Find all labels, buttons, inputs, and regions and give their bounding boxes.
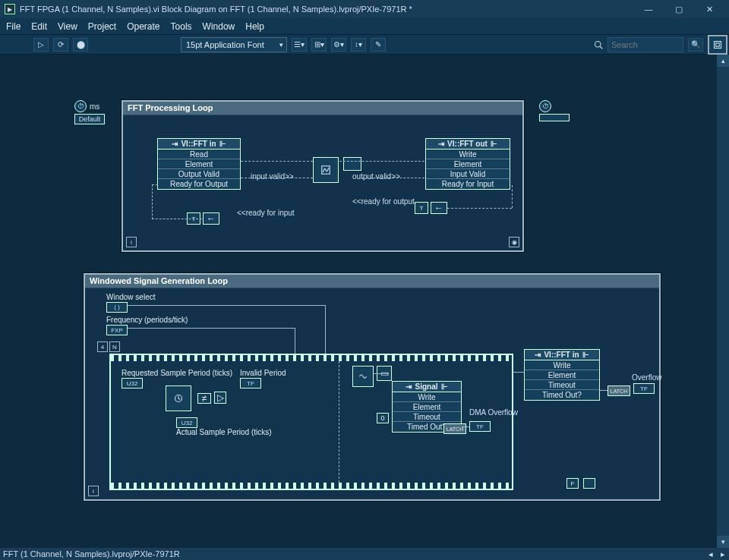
fft-icon [321,165,330,175]
fft-in2-timeout: Timeout [525,380,599,390]
stop-terminal-box[interactable] [583,478,595,489]
scroll-up-button[interactable]: ▴ [717,55,729,67]
distribute-button[interactable]: ⊞▾ [311,38,327,52]
align-button[interactable]: ☰▾ [292,38,307,52]
vi-icon[interactable] [708,35,727,55]
latch-node-1[interactable]: LATCH [443,423,466,434]
ms-label: ms [90,102,99,111]
loop-title: FFT Processing Loop [123,102,522,115]
labview-icon: ▶ [5,4,15,14]
reorder-button[interactable]: ↕▾ [351,38,366,52]
scroll-left-button[interactable]: ◂ [705,548,717,560]
svg-rect-3 [716,43,720,47]
signal-write: Write [393,392,461,402]
input-valid-label: input valid>> [251,172,294,181]
frequency-control[interactable]: Frequency (periods/tick) FXP [106,316,188,335]
frequency-label: Frequency (periods/tick) [106,316,188,324]
svg-line-1 [600,46,602,49]
menu-view[interactable]: View [58,21,77,32]
feedback-node-left[interactable]: ← [203,212,219,225]
window-select-control[interactable]: Window select ⟨ ⟩ [106,293,155,313]
sequence-divider [339,361,339,483]
zero-constant[interactable]: 0 [377,413,389,423]
sequence-structure[interactable]: Requested Sample Period (ticks) U32 ≠ ▷ … [109,354,513,490]
fft-in-node[interactable]: ⇥VI::FFT in⊩ Read Element Output Valid R… [157,138,241,190]
run-continuous-button[interactable]: ⟳ [53,38,68,52]
block-diagram-canvas[interactable]: ⏱ ms Default ⏱ FFT Processing Loop ⇥VI::… [0,55,717,548]
loop2-iteration-terminal[interactable]: i [88,486,99,496]
fft-in-output-valid: Output Valid [158,169,240,179]
run-button[interactable]: ▷ [33,38,49,52]
resize-button[interactable]: ⚙▾ [331,38,346,52]
cleanup-button[interactable]: ✎ [371,38,386,52]
menu-operate[interactable]: Operate [127,21,159,32]
loop-condition-terminal[interactable]: ◉ [509,237,519,247]
menu-help[interactable]: Help [245,21,264,32]
ms-terminal: ⏱ ms Default [74,100,105,124]
timer-icon: ⏱ [539,100,551,112]
signal-element: Element [393,402,461,412]
invalid-period-label: Invalid Period [240,369,286,377]
statusbar: FFT (1 Channel, N Samples).lvproj/PXIe-7… [0,548,729,560]
scroll-down-button[interactable]: ▾ [717,536,729,548]
overflow-label: Overflow [632,373,661,382]
font-select[interactable]: 15pt Application Font [181,37,287,52]
fft-in-ready: Ready for Output [158,179,240,189]
bool-constant-f[interactable]: F [566,478,579,489]
for-n-terminal[interactable]: N [109,341,120,352]
requested-period-terminal: U32 [122,378,143,389]
menu-edit[interactable]: Edit [31,21,47,32]
windowed-signal-loop[interactable]: Windowed Signal Generation Loop Window s… [84,273,661,501]
loop-timer-node[interactable] [166,385,191,411]
menu-file[interactable]: File [6,21,21,32]
dma-overflow-indicator[interactable]: TF [469,420,491,432]
sine-node[interactable] [352,366,374,387]
fft-out-ready: Ready for Input [426,179,510,189]
minimize-button[interactable]: — [633,0,664,18]
close-button[interactable]: ✕ [694,0,724,18]
diagram-icon [713,40,722,49]
ready-for-output-label: <<ready for output [352,197,415,206]
fft-in-read: Read [158,149,240,159]
dma-overflow-terminal: TF [469,421,491,432]
window-title: FFT FPGA (1 Channel, N Samples).vi Block… [20,5,412,14]
timer-right-box [539,114,570,121]
toolbar: ▷ ⟳ ⬤ 15pt Application Font ☰▾ ⊞▾ ⚙▾ ↕▾ … [0,35,729,55]
menu-project[interactable]: Project [88,21,116,32]
feedback-init-right[interactable]: T [415,202,428,214]
triangle-node[interactable]: ▷ [214,392,226,404]
actual-period-label: Actual Sample Period (ticks) [176,428,272,436]
fft-in-name: VI::FFT in [181,140,216,148]
timer-right: ⏱ [539,100,570,121]
abort-button[interactable]: ⬤ [73,38,88,52]
for-n-terminal-outer[interactable]: 4 [97,341,108,352]
compare-node[interactable]: ≠ [197,393,211,404]
svg-rect-2 [715,42,721,49]
statusbar-path: FFT (1 Channel, N Samples).lvproj/PXIe-7… [3,549,180,558]
latch-node-2[interactable]: LATCH [608,385,630,396]
fft-out-node[interactable]: ⇥VI::FFT out⊩ Write Element Input Valid … [425,138,510,190]
feedback-node-right[interactable]: ← [431,202,447,214]
overflow-indicator[interactable]: TF [633,382,655,394]
fft-processing-loop[interactable]: FFT Processing Loop ⇥VI::FFT in⊩ Read El… [122,100,524,252]
signal-name: Signal [415,382,437,391]
invalid-period-indicator[interactable]: Invalid Period TF [240,369,286,389]
fft-in-fifo-node[interactable]: ⇥VI::FFT in⊩ Write Element Timeout Timed… [524,349,600,401]
maximize-button[interactable]: ▢ [664,0,694,18]
search-go-icon[interactable]: 🔍 [688,38,703,52]
search-input[interactable] [608,37,683,52]
menu-window[interactable]: Window [203,21,235,32]
fft-function-node[interactable] [313,157,339,183]
aux-node[interactable] [343,157,361,171]
vertical-scrollbar[interactable]: ▴ ▾ [717,55,729,548]
actual-period-terminal: U32 [176,417,197,428]
menu-tools[interactable]: Tools [171,21,192,32]
default-label-box[interactable]: Default [74,114,105,124]
ready-for-input-label: <<ready for input [237,209,295,217]
svg-point-0 [595,41,601,47]
scroll-right-button[interactable]: ▸ [717,548,729,560]
clock-icon [174,394,183,403]
timer-icon: ⏱ [74,100,87,112]
loop-iteration-terminal[interactable]: i [126,237,137,247]
actual-period-indicator[interactable]: U32 Actual Sample Period (ticks) [176,417,272,436]
